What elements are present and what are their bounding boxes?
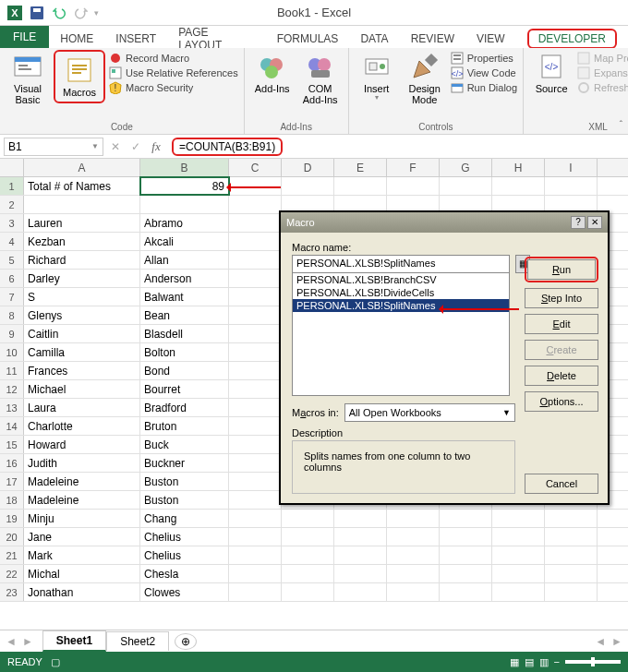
list-item[interactable]: PERSONAL.XLSB!DivideCells [293,286,509,299]
cell[interactable] [334,177,387,195]
cell[interactable] [229,306,282,324]
row-header[interactable]: 13 [0,399,24,416]
cell[interactable]: Lauren [24,214,140,232]
normal-view-icon[interactable]: ▦ [510,656,519,668]
cell[interactable] [229,325,282,342]
design-mode-button[interactable]: Design Mode [403,50,447,107]
cell[interactable]: Clowes [140,583,229,601]
enter-formula-icon[interactable]: ✓ [126,137,146,157]
col-header[interactable]: H [492,159,545,176]
cell[interactable] [229,399,282,416]
relative-refs-button[interactable]: Use Relative References [109,66,238,79]
cell[interactable] [334,583,387,601]
cell[interactable]: Madeleine [24,473,140,490]
delete-button[interactable]: Delete [525,366,598,386]
cell[interactable]: Bruton [140,417,229,435]
row-header[interactable]: 23 [0,583,24,601]
cell[interactable] [229,546,282,564]
cell[interactable] [440,583,492,601]
grid-row[interactable]: 22MichalChesla [0,565,628,583]
step-into-button[interactable]: Step Into [525,288,598,308]
cell[interactable] [229,417,282,435]
cell[interactable]: Buston [140,491,229,509]
options-button[interactable]: Options... [525,391,598,412]
row-header[interactable]: 8 [0,306,24,324]
zoom-slider[interactable] [565,660,621,664]
cell[interactable] [229,565,282,582]
cell[interactable]: Glenys [24,306,140,324]
cancel-button[interactable]: Cancel [525,474,598,494]
qat-more-icon[interactable]: ▾ [94,8,99,18]
row-header[interactable]: 3 [0,214,24,232]
cell[interactable] [334,565,387,582]
cell[interactable]: Caitlin [24,325,140,342]
cell[interactable] [229,454,282,472]
row-header[interactable]: 17 [0,473,24,490]
macros-in-select[interactable]: All Open Workbooks▼ [344,403,515,422]
row-header[interactable]: 20 [0,528,24,546]
page-layout-view-icon[interactable]: ▤ [525,656,534,668]
sheet-nav-next-icon[interactable]: ► [22,635,33,648]
cell[interactable] [24,196,140,213]
cell[interactable]: Charlotte [24,417,140,435]
row-header[interactable]: 7 [0,288,24,306]
excel-icon[interactable]: X [5,3,25,23]
cell[interactable] [229,251,282,269]
cell[interactable] [282,177,334,195]
row-header[interactable]: 2 [0,196,24,213]
row-header[interactable]: 5 [0,251,24,269]
cell[interactable] [387,528,440,546]
col-header[interactable]: C [229,159,282,176]
macro-name-input[interactable]: PERSONAL.XLSB!SplitNames [292,255,510,273]
col-header[interactable]: D [282,159,334,176]
cell[interactable] [387,546,440,564]
cell[interactable]: Minju [24,510,140,527]
cell[interactable] [229,196,282,213]
grid-row[interactable]: 1Total # of Names89 [0,177,628,196]
cancel-formula-icon[interactable]: ✕ [105,137,126,157]
xml-source-button[interactable]: </>Source [529,50,574,96]
collapse-ribbon-icon[interactable]: ˆ [620,120,622,130]
row-header[interactable]: 14 [0,417,24,435]
macro-security-button[interactable]: !Macro Security [109,81,238,94]
cell[interactable] [334,510,387,527]
cell[interactable] [387,565,440,582]
cell[interactable] [545,528,598,546]
view-code-button[interactable]: </>View Code [451,66,517,79]
cell[interactable] [282,528,334,546]
cell[interactable] [282,565,334,582]
cell[interactable]: Laura [24,399,140,416]
cell[interactable] [545,177,598,195]
cell[interactable]: Frances [24,362,140,379]
row-header[interactable]: 21 [0,546,24,564]
cell[interactable] [229,436,282,453]
cell[interactable] [492,583,545,601]
row-header[interactable]: 6 [0,270,24,287]
edit-button[interactable]: Edit [525,314,598,334]
tab-file[interactable]: FILE [0,26,49,48]
cell[interactable] [492,528,545,546]
cell[interactable] [492,177,545,195]
cell[interactable]: Anderson [140,270,229,287]
cell[interactable] [440,510,492,527]
record-macro-button[interactable]: Record Macro [109,52,238,65]
com-addins-button[interactable]: COM Add-Ins [298,50,343,107]
cell[interactable] [440,565,492,582]
cell[interactable] [387,583,440,601]
cell[interactable]: Chesla [140,565,229,582]
cell[interactable] [229,362,282,379]
cell[interactable]: Bean [140,306,229,324]
cell[interactable]: Bourret [140,380,229,398]
cell[interactable] [334,528,387,546]
sheet-nav-prev-icon[interactable]: ◄ [6,635,17,648]
cell[interactable]: Howard [24,436,140,453]
cell[interactable]: Darley [24,270,140,287]
redo-icon[interactable] [71,3,91,23]
insert-control-button[interactable]: Insert▾ [355,50,399,104]
cell[interactable] [282,546,334,564]
tab-home[interactable]: HOME [49,26,104,48]
visual-basic-button[interactable]: Visual Basic [6,50,50,107]
cell[interactable] [492,546,545,564]
row-header[interactable]: 11 [0,362,24,379]
cell[interactable] [334,546,387,564]
